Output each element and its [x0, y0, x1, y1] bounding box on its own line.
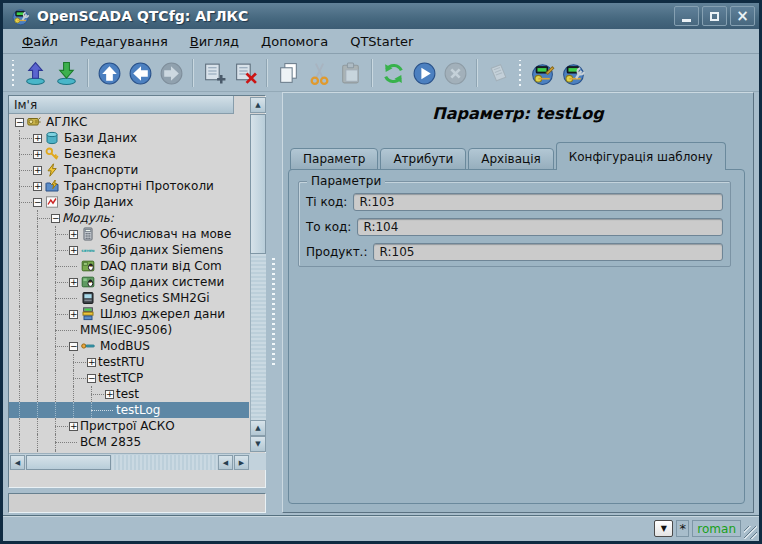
close-button[interactable]: ×: [730, 6, 755, 26]
menu-item-4[interactable]: QTStarter: [339, 31, 424, 52]
tree-connector: [19, 202, 32, 203]
tree-item-безпека[interactable]: +Безпека: [9, 146, 249, 162]
tree-item-testlog[interactable]: testLog: [9, 402, 249, 418]
panel-splitter[interactable]: [267, 95, 281, 513]
menu-item-0[interactable]: Файл: [11, 31, 69, 52]
field-label-1: То код:: [306, 220, 351, 234]
tree-connector: [73, 362, 86, 363]
tab-3[interactable]: Конфігурація шаблону: [556, 142, 726, 170]
expand-icon[interactable]: +: [69, 278, 78, 287]
tab-0[interactable]: Параметр: [290, 148, 378, 170]
resize-grip[interactable]: [744, 526, 757, 539]
expand-icon[interactable]: +: [33, 150, 42, 159]
siemens-icon: SIEMENS: [81, 243, 95, 257]
tree-panel: Ім'я ▲ ▲ ▼ −АГЛКС+Бази Даних+Безпека+Тра…: [8, 95, 266, 488]
cut-button[interactable]: [304, 58, 335, 89]
field-input-1[interactable]: [357, 218, 723, 236]
tree-guide: [19, 338, 20, 354]
expand-icon[interactable]: +: [69, 246, 78, 255]
tab-2[interactable]: Архівація: [468, 148, 553, 170]
tree-item-test[interactable]: +test: [9, 386, 249, 402]
up-button[interactable]: [94, 58, 125, 89]
delete-item-button[interactable]: [230, 58, 261, 89]
load-button[interactable]: [20, 58, 51, 89]
collapse-icon[interactable]: −: [87, 374, 96, 383]
toolbar: [3, 55, 759, 92]
statusbar: ▼ * roman: [3, 515, 759, 541]
tree-item-збір-даних[interactable]: −Збір Даних: [9, 194, 249, 210]
tree-vscroll-thumb[interactable]: [250, 114, 266, 254]
tree-item-segnetics-smh2gi[interactable]: Segnetics SMH2Gi: [9, 290, 249, 306]
tree-status-field[interactable]: [8, 493, 266, 513]
tree-item-бази-даних[interactable]: +Бази Даних: [9, 130, 249, 146]
save-button[interactable]: [51, 58, 82, 89]
field-input-0[interactable]: [353, 193, 723, 211]
tree-item-транспортні-протоколи[interactable]: +Транспортні Протоколи: [9, 178, 249, 194]
field-input-2[interactable]: [373, 243, 723, 261]
tree-scroll-up2-button[interactable]: ▲: [250, 420, 266, 436]
vca-config-button[interactable]: [558, 58, 589, 89]
tree-connector: [55, 250, 68, 251]
copy-icon: [276, 61, 301, 86]
tree-vscroll-track[interactable]: [250, 254, 266, 420]
expand-icon[interactable]: +: [33, 134, 42, 143]
tab-1[interactable]: Атрибути: [380, 148, 466, 170]
minimize-button[interactable]: [674, 6, 699, 26]
tree-scroll-right-button[interactable]: ▶: [234, 455, 249, 470]
tree-item-збір-даних-системи[interactable]: +Збір даних системи: [9, 274, 249, 290]
tree-item-транспорти[interactable]: +Транспорти: [9, 162, 249, 178]
tree-item-обчислювач-на-мове[interactable]: +Обчислювач на мове: [9, 226, 249, 242]
tree-item-пристрої-аско[interactable]: +Пристрої АСКО: [9, 418, 249, 434]
toolbar-handle[interactable]: [11, 60, 16, 86]
tree-item-testtcp[interactable]: −testTCP: [9, 370, 249, 386]
expand-icon[interactable]: +: [87, 358, 96, 367]
tree-scroll-up-button[interactable]: ▲: [250, 97, 266, 113]
expand-icon[interactable]: +: [33, 182, 42, 191]
add-item-button[interactable]: [199, 58, 230, 89]
tree-item-mms-iec-9506-[interactable]: MMS(IEC-9506): [9, 322, 249, 338]
expand-icon[interactable]: +: [69, 230, 78, 239]
tree-column-header[interactable]: Ім'я: [9, 96, 234, 114]
vca-runtime-button[interactable]: [527, 58, 558, 89]
start-button[interactable]: [409, 58, 440, 89]
collapse-icon[interactable]: −: [33, 198, 42, 207]
tree-item-label: BCM 2835: [78, 435, 144, 449]
tree-item-bcm-2835[interactable]: BCM 2835: [9, 434, 249, 450]
expand-icon[interactable]: +: [105, 390, 114, 399]
status-dropdown-button[interactable]: ▼: [654, 520, 673, 537]
back-button[interactable]: [125, 58, 156, 89]
copy-button[interactable]: [273, 58, 304, 89]
toolbar-handle[interactable]: [518, 60, 523, 86]
collapse-icon[interactable]: −: [15, 118, 24, 127]
vca-config-icon: [561, 61, 586, 86]
tree-hscroll-track[interactable]: [112, 455, 217, 470]
forward-icon: [159, 61, 184, 86]
tree-hscroll-thumb[interactable]: [26, 455, 111, 470]
expand-icon[interactable]: +: [33, 166, 42, 175]
tree-item-label: Збір даних Siemens: [98, 243, 226, 257]
add-item-icon: [202, 61, 227, 86]
toolbar-separator: [87, 59, 89, 87]
tree-scroll-left-button[interactable]: ◀: [10, 455, 25, 470]
menu-item-1[interactable]: Редагування: [69, 31, 179, 52]
tree-item-daq-плати-від-com[interactable]: DAQ плати від Com: [9, 258, 249, 274]
menu-item-2[interactable]: Вигляд: [179, 31, 250, 52]
tree-item-шлюз-джерел-дани[interactable]: +Шлюз джерел дани: [9, 306, 249, 322]
tree-item-збір-даних-siemens[interactable]: +SIEMENSЗбір даних Siemens: [9, 242, 249, 258]
tree-connector: [19, 154, 32, 155]
tree-item-модуль-[interactable]: −Модуль:: [9, 210, 249, 226]
menu-item-3[interactable]: Допомога: [250, 31, 339, 52]
collapse-icon[interactable]: −: [51, 214, 60, 223]
collapse-icon[interactable]: −: [69, 342, 78, 351]
tree-item-аглкс[interactable]: −АГЛКС: [9, 114, 249, 130]
maximize-button[interactable]: [702, 6, 727, 26]
expand-icon[interactable]: +: [69, 310, 78, 319]
expand-icon[interactable]: +: [69, 422, 78, 431]
tree-guide: [37, 386, 38, 402]
tree-item-testrtu[interactable]: +testRTU: [9, 354, 249, 370]
tree-scroll-left2-button[interactable]: ◀: [218, 455, 233, 470]
refresh-button[interactable]: [378, 58, 409, 89]
tree-scroll-down-button[interactable]: ▼: [250, 436, 266, 452]
tree-item-modbus[interactable]: −ModBUS: [9, 338, 249, 354]
titlebar[interactable]: OpenSCADA QTCfg: АГЛКС ×: [3, 3, 759, 29]
